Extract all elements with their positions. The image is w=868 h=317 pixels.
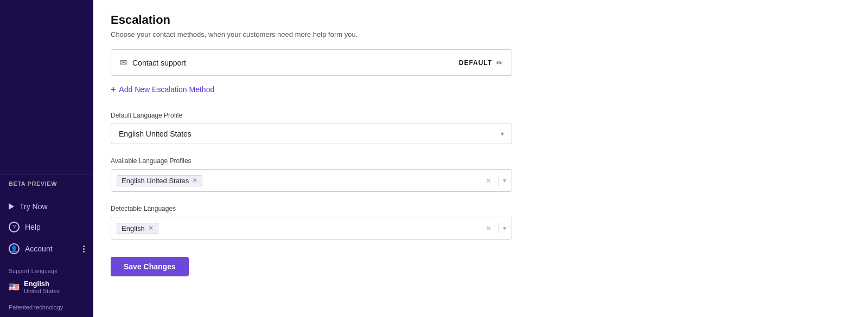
tag-clear-all-icon[interactable]: ✕ — [483, 177, 494, 185]
default-badge: DEFAULT — [459, 59, 492, 67]
available-language-profiles-section: Available Language Profiles English Unit… — [111, 157, 512, 192]
sidebar-item-account[interactable]: 👤 Account — [0, 238, 93, 260]
lang-text: English United States — [24, 280, 80, 294]
tag-clear-all-icon-2[interactable]: ✕ — [483, 224, 494, 232]
tag-chevron-icon[interactable]: ▾ — [503, 177, 506, 184]
tag-divider-2 — [498, 223, 499, 234]
detectable-languages-section: Detectable Languages English ✕ ✕ ▾ — [111, 205, 512, 240]
tag-english-us-remove[interactable]: ✕ — [192, 177, 197, 184]
main-content: Escalation Choose your contact methods, … — [93, 0, 868, 317]
sidebar-help-label: Help — [25, 223, 41, 231]
default-language-profile-select[interactable]: English United States ▾ — [111, 124, 512, 144]
sidebar-try-now-label: Try Now — [20, 202, 48, 211]
support-language-section: Support Language 🇺🇸 English United State… — [0, 264, 93, 300]
chevron-down-icon: ▾ — [501, 130, 504, 138]
play-icon — [9, 203, 14, 210]
default-language-profile-section: Default Language Profile English United … — [111, 112, 512, 144]
lang-region: United States — [24, 288, 80, 294]
default-language-profile-value: English United States — [119, 130, 501, 138]
tag-english-us-text: English United States — [122, 177, 189, 185]
add-escalation-button[interactable]: + Add New Escalation Method — [111, 85, 851, 94]
tag-english-text: English — [122, 224, 145, 232]
sidebar-account-label: Account — [25, 244, 53, 253]
available-language-profiles-label: Available Language Profiles — [111, 157, 512, 165]
available-language-profiles-input[interactable]: English United States ✕ ✕ ▾ — [111, 169, 512, 192]
support-language-item[interactable]: 🇺🇸 English United States — [9, 276, 85, 297]
account-icon: 👤 — [9, 243, 20, 254]
default-language-profile-label: Default Language Profile — [111, 112, 512, 119]
lang-name: English — [24, 280, 80, 288]
contact-support-row: ✉ Contact support DEFAULT ✏ — [111, 49, 512, 76]
email-icon: ✉ — [120, 57, 127, 68]
help-icon: ? — [9, 222, 20, 232]
tag-english-us: English United States ✕ — [117, 175, 202, 186]
sidebar: BETA PREVIEW Try Now ? Help 👤 Account Su… — [0, 0, 93, 317]
support-language-label: Support Language — [9, 268, 85, 274]
page-subtitle: Choose your contact methods, when your c… — [111, 30, 851, 38]
detectable-languages-input[interactable]: English ✕ ✕ ▾ — [111, 217, 512, 240]
plus-icon: + — [111, 85, 116, 94]
tag-chevron-icon-2[interactable]: ▾ — [503, 224, 506, 232]
sidebar-nav: Try Now ? Help 👤 Account — [0, 192, 93, 264]
sidebar-item-try-now[interactable]: Try Now — [0, 197, 93, 216]
account-menu-icon[interactable] — [83, 245, 85, 253]
patented-label: Patented technology — [0, 300, 93, 317]
edit-icon[interactable]: ✏ — [496, 59, 503, 67]
sidebar-top — [0, 0, 93, 174]
flag-icon: 🇺🇸 — [9, 282, 20, 292]
save-changes-button[interactable]: Save Changes — [111, 257, 189, 276]
tag-english-remove[interactable]: ✕ — [148, 225, 154, 231]
page-title: Escalation — [111, 13, 851, 27]
beta-preview-label: BETA PREVIEW — [0, 174, 93, 192]
tag-english: English ✕ — [117, 223, 158, 234]
contact-support-label: Contact support — [132, 59, 459, 67]
tag-divider — [498, 175, 499, 186]
detectable-languages-label: Detectable Languages — [111, 205, 512, 212]
add-escalation-label: Add New Escalation Method — [119, 85, 214, 94]
sidebar-item-help[interactable]: ? Help — [0, 216, 93, 238]
